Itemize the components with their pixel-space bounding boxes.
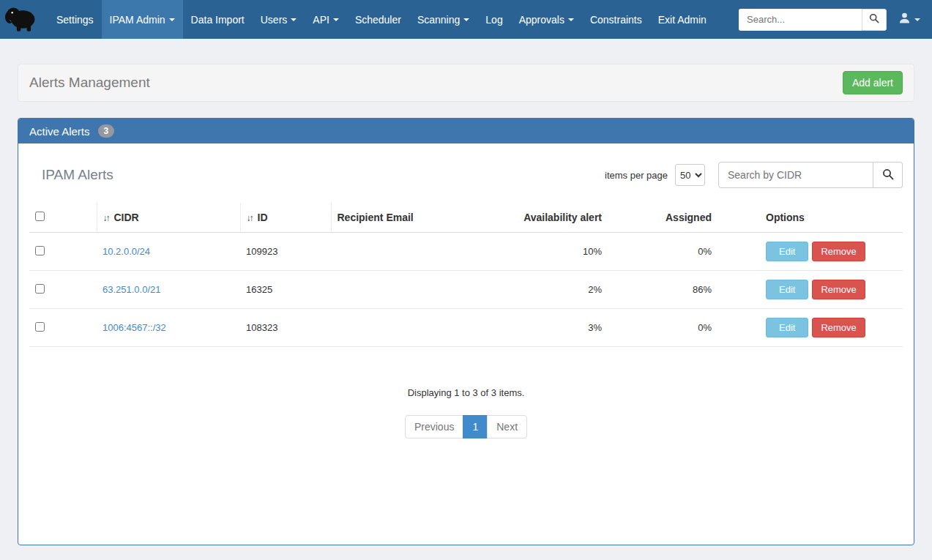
availability-value: 2%	[514, 271, 609, 309]
pagination-next[interactable]: Next	[487, 415, 527, 438]
select-all-checkbox[interactable]	[35, 212, 45, 221]
chevron-down-icon	[568, 18, 574, 21]
panel-body: IPAM Alerts items per page 50	[18, 143, 914, 545]
page-title: Alerts Management	[29, 75, 150, 91]
page-header: Alerts Management Add alert	[18, 64, 914, 102]
global-search-input[interactable]	[739, 9, 862, 31]
user-menu[interactable]	[894, 12, 925, 27]
global-search	[739, 9, 887, 31]
nav-item-label: IPAM Admin	[110, 14, 165, 26]
pagination-wrap: Previous 1 Next	[29, 415, 903, 438]
nav-item-label: Settings	[56, 14, 94, 26]
nav-item-scanning[interactable]: Scanning	[409, 0, 477, 39]
nav-item-api[interactable]: API	[305, 0, 347, 39]
nav-item-label: API	[313, 14, 329, 26]
table-row: 1006:4567::/32 108323 3% 0% EditRemove	[29, 309, 903, 347]
cidr-search-button[interactable]	[873, 162, 903, 188]
cidr-search	[718, 162, 903, 188]
column-label: CIDR	[114, 212, 139, 223]
cidr-link[interactable]: 10.2.0.0/24	[102, 246, 150, 257]
add-alert-button[interactable]: Add alert	[843, 71, 903, 94]
cidr-search-input[interactable]	[718, 162, 873, 188]
nav-item-constraints[interactable]: Constraints	[582, 0, 650, 39]
row-checkbox[interactable]	[35, 246, 45, 255]
results-summary: Displaying 1 to 3 of 3 items.	[29, 387, 903, 398]
column-header-availability: Availability alert	[514, 203, 609, 233]
edit-button[interactable]: Edit	[766, 242, 808, 261]
availability-value: 3%	[514, 309, 609, 347]
row-checkbox[interactable]	[35, 322, 45, 332]
alert-count-badge: 3	[98, 124, 115, 138]
sort-icon[interactable]: ↓↑	[103, 213, 109, 223]
assigned-value: 0%	[609, 233, 719, 271]
nav-item-approvals[interactable]: Approvals	[511, 0, 582, 39]
column-header-email: Recipient Email	[331, 203, 514, 233]
panel-heading: Active Alerts 3	[18, 119, 914, 143]
edit-button[interactable]: Edit	[766, 318, 808, 337]
nav-item-label: Scheduler	[355, 14, 401, 26]
pagination: Previous 1 Next	[405, 415, 527, 438]
page-container: Alerts Management Add alert Active Alert…	[18, 64, 914, 545]
active-alerts-panel: Active Alerts 3 IPAM Alerts items per pa…	[18, 118, 914, 545]
items-per-page-label: items per page	[605, 170, 668, 181]
pagination-previous[interactable]: Previous	[405, 415, 463, 438]
chevron-down-icon	[333, 18, 339, 21]
nav-item-exit-admin[interactable]: Exit Admin	[650, 0, 715, 39]
global-search-button[interactable]	[862, 9, 887, 31]
nav-item-label: Approvals	[519, 14, 564, 26]
nav-links: Settings IPAM Admin Data Import Users AP…	[48, 0, 715, 39]
navbar-right	[739, 0, 925, 39]
nav-item-label: Scanning	[417, 14, 460, 26]
recipient-email	[331, 233, 514, 271]
nav-item-data-import[interactable]: Data Import	[183, 0, 253, 39]
nav-item-log[interactable]: Log	[477, 0, 510, 39]
column-header-cidr: ↓↑CIDR	[97, 203, 240, 233]
column-header-id: ↓↑ID	[240, 203, 331, 233]
alert-id: 109923	[240, 233, 331, 271]
alert-id: 108323	[240, 309, 331, 347]
alerts-table: ↓↑CIDR ↓↑ID Recipient Email Availability…	[29, 203, 903, 347]
nav-item-users[interactable]: Users	[253, 0, 305, 39]
sort-icon[interactable]: ↓↑	[247, 213, 253, 223]
table-row: 63.251.0.0/21 16325 2% 86% EditRemove	[29, 271, 903, 309]
nav-item-label: Constraints	[590, 14, 642, 26]
recipient-email	[331, 309, 514, 347]
column-header-options: Options	[719, 203, 903, 233]
pagination-page-1[interactable]: 1	[463, 415, 488, 438]
remove-button[interactable]: Remove	[812, 280, 865, 299]
elephant-logo-icon	[4, 4, 38, 36]
items-per-page-select[interactable]: 50	[675, 164, 705, 186]
chevron-down-icon	[169, 18, 175, 21]
app-logo[interactable]	[4, 0, 38, 39]
cidr-link[interactable]: 1006:4567::/32	[102, 322, 166, 333]
row-checkbox[interactable]	[35, 284, 45, 294]
search-icon	[882, 168, 894, 182]
user-icon	[898, 12, 911, 27]
remove-button[interactable]: Remove	[812, 318, 865, 337]
assigned-value: 0%	[609, 309, 719, 347]
remove-button[interactable]: Remove	[812, 242, 865, 261]
cidr-link[interactable]: 63.251.0.0/21	[102, 284, 161, 295]
availability-value: 10%	[514, 233, 609, 271]
nav-item-scheduler[interactable]: Scheduler	[347, 0, 409, 39]
recipient-email	[331, 271, 514, 309]
assigned-value: 86%	[609, 271, 719, 309]
edit-button[interactable]: Edit	[766, 280, 808, 299]
column-header-assigned: Assigned	[609, 203, 719, 233]
search-icon	[869, 13, 879, 26]
toolbar-right: items per page 50	[605, 162, 903, 188]
nav-item-label: Users	[261, 14, 288, 26]
nav-item-label: Log	[485, 14, 502, 26]
column-label: ID	[258, 212, 268, 223]
chevron-down-icon	[914, 18, 920, 21]
top-navbar: Settings IPAM Admin Data Import Users AP…	[0, 0, 932, 39]
nav-item-label: Data Import	[191, 14, 245, 26]
nav-item-settings[interactable]: Settings	[48, 0, 102, 39]
nav-item-ipam-admin[interactable]: IPAM Admin	[102, 0, 183, 39]
alert-id: 16325	[240, 271, 331, 309]
panel-title: Active Alerts	[29, 125, 90, 138]
table-row: 10.2.0.0/24 109923 10% 0% EditRemove	[29, 233, 903, 271]
chevron-down-icon	[463, 18, 469, 21]
nav-item-label: Exit Admin	[658, 14, 707, 26]
table-title: IPAM Alerts	[42, 167, 113, 183]
